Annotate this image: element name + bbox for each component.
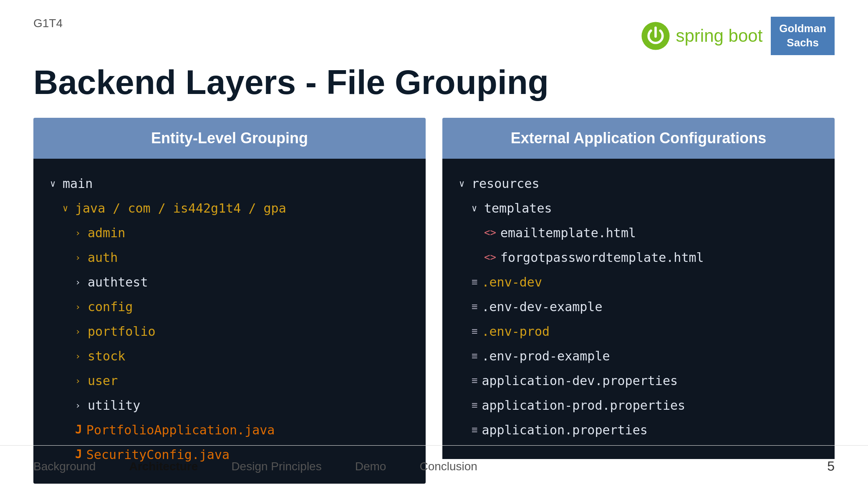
page-number: 5 [827,459,835,474]
list-item: ∨ templates [459,196,818,221]
bottom-nav: Background Architecture Design Principle… [0,445,868,487]
list-item: <> emailtemplate.html [459,221,818,245]
chevron-icon: › [75,250,83,265]
chevron-icon: › [75,373,83,388]
main-content: Entity-Level Grouping ∨ main ∨ java / co… [0,101,868,484]
chevron-icon: › [75,274,83,290]
right-panel-title: External Application Configurations [511,129,767,147]
slide-title: Backend Layers - File Grouping [0,55,868,101]
left-panel: Entity-Level Grouping ∨ main ∨ java / co… [33,118,426,484]
chevron-icon: › [75,348,83,364]
list-item: ∨ resources [459,171,818,196]
html-icon: <> [484,224,496,241]
list-item: J PortfolioApplication.java [50,418,409,442]
list-item: ≡ application-prod.properties [459,393,818,418]
env-icon: ≡ [472,421,477,439]
goldman-logo: Goldman Sachs [771,17,835,55]
list-item: ∨ java / com / is442g1t4 / gpa [50,196,409,221]
list-item: › portfolio [50,319,409,344]
list-item: › authtest [50,270,409,294]
list-item: ≡ .env-dev-example [459,294,818,319]
chevron-icon: ∨ [459,176,467,191]
chevron-icon: › [75,398,83,413]
logos: spring boot Goldman Sachs [641,17,835,55]
env-icon: ≡ [472,347,477,365]
list-item: › stock [50,344,409,368]
slide-id: G1T4 [33,17,63,30]
nav-item-design[interactable]: Design Principles [231,460,321,473]
list-item: ≡ .env-prod-example [459,344,818,368]
nav-item-background[interactable]: Background [33,460,96,473]
nav-item-demo[interactable]: Demo [355,460,386,473]
header: G1T4 spring boot Goldman Sachs [0,0,868,55]
list-item: › utility [50,393,409,418]
java-icon: J [75,420,82,440]
nav-items: Background Architecture Design Principle… [33,460,477,473]
list-item: <> forgotpasswordtemplate.html [459,245,818,270]
list-item: › auth [50,245,409,270]
spring-boot-logo: spring boot [641,21,763,51]
chevron-icon: › [75,225,83,241]
right-panel-header: External Application Configurations [442,118,835,159]
chevron-icon: ∨ [63,200,71,216]
left-panel-body: ∨ main ∨ java / com / is442g1t4 / gpa › … [33,159,426,484]
spring-text: spring boot [676,26,763,46]
list-item: ≡ application.properties [459,418,818,442]
nav-item-conclusion[interactable]: Conclusion [419,460,477,473]
right-panel-body: ∨ resources ∨ templates <> emailtemplate… [442,159,835,459]
list-item: › admin [50,221,409,245]
html-icon: <> [484,249,496,266]
env-icon: ≡ [472,298,477,315]
env-icon: ≡ [472,397,477,414]
spring-icon [641,21,670,51]
left-panel-title: Entity-Level Grouping [151,129,308,147]
chevron-icon: › [75,324,83,339]
env-icon: ≡ [472,372,477,389]
chevron-icon: › [75,299,83,315]
nav-item-architecture[interactable]: Architecture [129,460,198,473]
list-item: ≡ application-dev.properties [459,368,818,393]
left-panel-header: Entity-Level Grouping [33,118,426,159]
right-panel: External Application Configurations ∨ re… [442,118,835,484]
list-item: ≡ .env-prod [459,319,818,344]
chevron-icon: ∨ [472,200,480,216]
list-item: › config [50,294,409,319]
env-icon: ≡ [472,274,477,291]
list-item: ∨ main [50,171,409,196]
list-item: › user [50,368,409,393]
list-item: ≡ .env-dev [459,270,818,294]
env-icon: ≡ [472,323,477,340]
chevron-icon: ∨ [50,176,58,191]
